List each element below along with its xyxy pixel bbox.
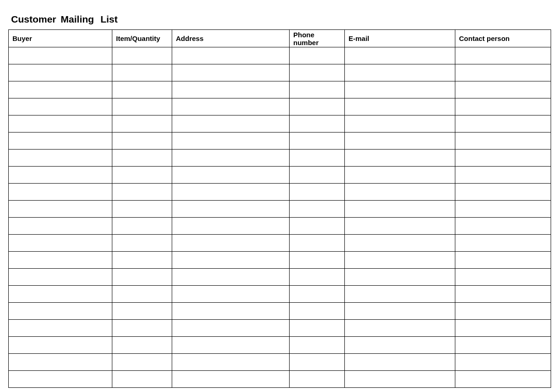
- customer-mailing-table: Buyer Item/Quantity Address Phone number…: [8, 29, 551, 388]
- table-cell: [455, 235, 551, 252]
- table-cell: [172, 337, 290, 354]
- table-cell: [172, 320, 290, 337]
- table-cell: [172, 64, 290, 81]
- table-cell: [9, 235, 112, 252]
- table-row: [9, 115, 551, 133]
- table-cell: [290, 252, 345, 269]
- table-cell: [345, 47, 455, 64]
- table-cell: [172, 81, 290, 98]
- table-cell: [172, 286, 290, 303]
- table-cell: [290, 269, 345, 286]
- table-cell: [455, 303, 551, 320]
- table-cell: [345, 81, 455, 98]
- table-cell: [112, 184, 172, 201]
- table-cell: [290, 303, 345, 320]
- table-cell: [455, 150, 551, 167]
- table-cell: [345, 64, 455, 81]
- table-cell: [9, 269, 112, 286]
- table-cell: [455, 269, 551, 286]
- table-row: [9, 184, 551, 201]
- table-row: [9, 150, 551, 167]
- table-cell: [455, 201, 551, 218]
- table-cell: [112, 150, 172, 167]
- table-cell: [172, 47, 290, 64]
- table-cell: [345, 320, 455, 337]
- table-cell: [290, 371, 345, 388]
- table-cell: [290, 286, 345, 303]
- table-cell: [455, 218, 551, 235]
- table-cell: [112, 235, 172, 252]
- table-cell: [455, 371, 551, 388]
- table-cell: [112, 201, 172, 218]
- table-cell: [345, 184, 455, 201]
- col-header-address: Address: [172, 30, 290, 47]
- col-header-item-quantity: Item/Quantity: [112, 30, 172, 47]
- table-cell: [290, 81, 345, 98]
- table-cell: [172, 115, 290, 133]
- table-cell: [172, 354, 290, 371]
- table-row: [9, 133, 551, 150]
- table-cell: [455, 115, 551, 133]
- title-part2: List: [100, 14, 117, 24]
- table-row: [9, 167, 551, 184]
- table-cell: [112, 269, 172, 286]
- table-cell: [345, 133, 455, 150]
- table-cell: [345, 303, 455, 320]
- table-cell: [9, 98, 112, 115]
- table-row: [9, 64, 551, 81]
- table-header-row: Buyer Item/Quantity Address Phone number…: [9, 30, 551, 47]
- table-cell: [345, 371, 455, 388]
- table-cell: [290, 47, 345, 64]
- table-row: [9, 354, 551, 371]
- table-cell: [290, 98, 345, 115]
- table-cell: [112, 371, 172, 388]
- table-cell: [112, 98, 172, 115]
- table-cell: [172, 133, 290, 150]
- table-cell: [112, 47, 172, 64]
- page-title: Customer MailingList: [11, 14, 550, 25]
- table-row: [9, 98, 551, 115]
- table-cell: [455, 354, 551, 371]
- table-cell: [112, 218, 172, 235]
- table-cell: [172, 167, 290, 184]
- table-row: [9, 235, 551, 252]
- table-cell: [345, 218, 455, 235]
- col-header-phone-number: Phone number: [290, 30, 345, 47]
- table-cell: [290, 184, 345, 201]
- table-cell: [9, 115, 112, 133]
- table-cell: [455, 64, 551, 81]
- table-cell: [172, 252, 290, 269]
- table-cell: [290, 337, 345, 354]
- table-cell: [112, 286, 172, 303]
- table-cell: [290, 201, 345, 218]
- table-cell: [9, 64, 112, 81]
- table-cell: [9, 47, 112, 64]
- table-cell: [455, 252, 551, 269]
- table-body: [9, 47, 551, 388]
- table-row: [9, 218, 551, 235]
- table-row: [9, 286, 551, 303]
- table-cell: [290, 320, 345, 337]
- table-cell: [9, 81, 112, 98]
- table-cell: [172, 235, 290, 252]
- table-cell: [290, 218, 345, 235]
- table-cell: [345, 269, 455, 286]
- table-cell: [345, 337, 455, 354]
- table-cell: [9, 184, 112, 201]
- table-cell: [455, 167, 551, 184]
- col-header-contact-person: Contact person: [455, 30, 551, 47]
- table-cell: [290, 150, 345, 167]
- table-row: [9, 371, 551, 388]
- table-cell: [112, 303, 172, 320]
- table-cell: [172, 201, 290, 218]
- table-cell: [112, 167, 172, 184]
- table-cell: [172, 269, 290, 286]
- table-cell: [112, 115, 172, 133]
- table-cell: [9, 286, 112, 303]
- table-row: [9, 252, 551, 269]
- table-cell: [172, 150, 290, 167]
- table-cell: [345, 354, 455, 371]
- table-cell: [345, 98, 455, 115]
- table-row: [9, 320, 551, 337]
- table-cell: [172, 98, 290, 115]
